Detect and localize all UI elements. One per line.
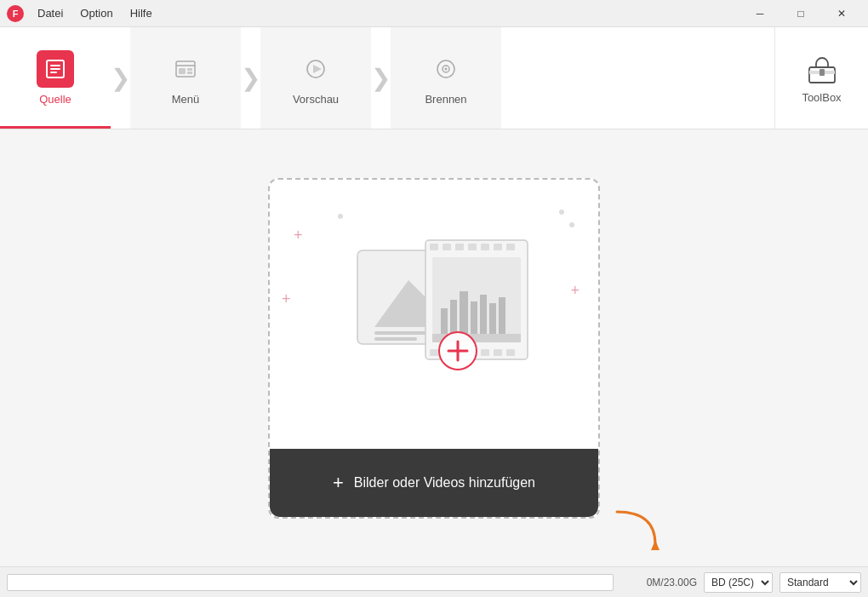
svg-rect-23 (374, 337, 417, 341)
quality-select[interactable]: Standard High Quality Low Quality (779, 572, 861, 593)
brennen-icon-box (427, 50, 465, 88)
svg-rect-27 (455, 244, 464, 250)
add-plus-icon: + (333, 472, 344, 494)
svg-rect-43 (471, 301, 477, 334)
deco-dot-1 (559, 210, 564, 215)
toolbox-icon (805, 52, 839, 86)
sep-2: ❯ (241, 27, 260, 129)
svg-rect-3 (50, 65, 60, 66)
svg-rect-36 (481, 349, 489, 356)
drop-zone[interactable]: + + + (268, 178, 600, 519)
svg-rect-29 (481, 244, 489, 250)
deco-plus-3: + (570, 282, 580, 300)
svg-rect-38 (506, 349, 515, 356)
svg-rect-40 (441, 308, 448, 334)
svg-point-15 (445, 68, 448, 71)
svg-rect-10 (187, 72, 192, 74)
svg-rect-9 (187, 68, 192, 71)
app-icon: F (7, 5, 24, 22)
svg-rect-44 (480, 295, 487, 334)
svg-rect-32 (430, 349, 438, 356)
deco-dot-3 (338, 214, 343, 219)
tab-quelle[interactable]: Quelle (0, 27, 111, 129)
maximize-button[interactable]: □ (781, 0, 820, 27)
illustration (332, 225, 536, 404)
svg-rect-4 (50, 68, 60, 70)
svg-rect-37 (494, 349, 502, 356)
tab-menu[interactable]: Menü (130, 27, 241, 129)
deco-plus-1: + (294, 227, 303, 244)
menu-bar: Datei Option Hilfe (29, 3, 161, 23)
tab-brennen-label: Brennen (425, 93, 466, 106)
svg-rect-30 (494, 244, 502, 250)
svg-rect-26 (443, 244, 451, 250)
disc-type-select[interactable]: BD (25C) BD (50G) DVD (704, 572, 773, 593)
menu-help[interactable]: Hilfe (122, 3, 161, 23)
deco-plus-2: + (282, 290, 291, 308)
sep-3: ❯ (371, 27, 391, 129)
svg-rect-45 (489, 303, 496, 334)
menu-icon-box (167, 50, 204, 88)
svg-rect-42 (460, 291, 468, 334)
toolbox-label: ToolBox (802, 91, 841, 104)
tab-menu-label: Menü (172, 93, 200, 106)
svg-rect-18 (819, 69, 825, 76)
quelle-icon-box (37, 50, 74, 88)
add-media-button[interactable]: + Bilder oder Videos hinzufügen (270, 449, 598, 517)
title-bar: F Datei Option Hilfe ─ □ ✕ (0, 0, 868, 27)
vorschau-icon-box (297, 50, 334, 88)
toolbar: Quelle ❯ Menü ❯ Vorschau ❯ (0, 27, 868, 129)
toolbox-tab[interactable]: ToolBox (774, 27, 868, 129)
storage-size: 0M/23.00G (620, 577, 697, 588)
svg-rect-5 (50, 72, 57, 73)
status-bar: 0M/23.00G BD (25C) BD (50G) DVD Standard… (0, 566, 868, 597)
svg-rect-41 (450, 300, 457, 334)
svg-rect-25 (430, 244, 438, 250)
minimize-button[interactable]: ─ (740, 0, 779, 27)
drop-zone-content: + + + (270, 180, 598, 449)
close-button[interactable]: ✕ (822, 0, 861, 27)
menu-option[interactable]: Option (71, 3, 121, 23)
progress-bar (7, 574, 614, 591)
main-content: + + + (0, 129, 868, 566)
window-controls: ─ □ ✕ (740, 0, 861, 27)
deco-dot-2 (569, 222, 574, 227)
tab-brennen[interactable]: Brennen (391, 27, 501, 129)
tab-vorschau-label: Vorschau (293, 93, 339, 106)
menu-file[interactable]: Datei (29, 3, 71, 23)
svg-rect-8 (179, 68, 186, 74)
tab-quelle-label: Quelle (39, 93, 71, 106)
svg-text:F: F (13, 9, 19, 19)
sep-1: ❯ (111, 27, 130, 129)
svg-rect-31 (506, 244, 515, 250)
tab-vorschau[interactable]: Vorschau (260, 27, 371, 129)
add-media-label: Bilder oder Videos hinzufügen (354, 475, 535, 491)
svg-rect-46 (499, 297, 505, 334)
svg-marker-12 (313, 65, 322, 73)
svg-rect-28 (468, 244, 477, 250)
